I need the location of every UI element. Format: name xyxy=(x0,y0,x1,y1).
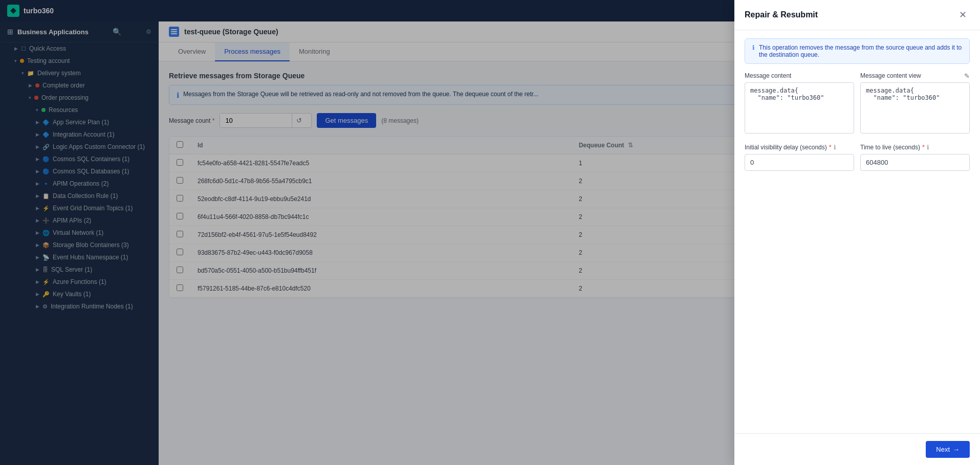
message-content-view-field: Message content view message.data{ "name… xyxy=(860,72,970,135)
initial-visibility-input[interactable] xyxy=(745,154,854,171)
message-content-view-textarea[interactable]: message.data{ "name": "turbo360" xyxy=(860,82,970,134)
panel-info-text: This operation removes the message from … xyxy=(759,44,962,58)
panel-footer: Next → xyxy=(734,433,980,465)
edit-icon[interactable]: ✎ xyxy=(964,72,970,80)
panel-info-banner: ℹ This operation removes the message fro… xyxy=(745,38,970,64)
time-to-live-field: Time to live (seconds) * ℹ xyxy=(860,143,970,171)
panel-close-button[interactable]: ✕ xyxy=(956,8,970,21)
message-content-row: Message content message.data{ "name": "t… xyxy=(745,72,970,135)
initial-visibility-field: Initial visibility delay (seconds) * ℹ xyxy=(745,143,854,171)
initial-visibility-label: Initial visibility delay (seconds) xyxy=(745,144,827,151)
message-content-view-label: Message content view xyxy=(860,72,970,79)
info-circle-icon: ℹ xyxy=(752,44,755,51)
field-info-icon[interactable]: ℹ xyxy=(834,144,836,151)
next-label: Next xyxy=(936,446,950,453)
panel-title: Repair & Resubmit xyxy=(745,10,818,19)
field-info-icon[interactable]: ℹ xyxy=(927,144,929,151)
message-content-field: Message content message.data{ "name": "t… xyxy=(745,72,854,135)
repair-resubmit-panel: Repair & Resubmit ✕ ℹ This operation rem… xyxy=(734,0,980,465)
delay-ttl-row: Initial visibility delay (seconds) * ℹ T… xyxy=(745,143,970,171)
required-marker: * xyxy=(922,143,925,151)
panel-body: ℹ This operation removes the message fro… xyxy=(734,30,980,433)
panel-header: Repair & Resubmit ✕ xyxy=(734,0,980,30)
required-marker: * xyxy=(829,143,832,151)
arrow-icon: → xyxy=(953,446,960,453)
message-content-textarea[interactable]: message.data{ "name": "turbo360" xyxy=(745,82,854,134)
message-content-label: Message content xyxy=(745,72,854,79)
time-to-live-label: Time to live (seconds) xyxy=(860,144,920,151)
time-to-live-input[interactable] xyxy=(860,154,970,171)
next-button[interactable]: Next → xyxy=(926,441,970,458)
